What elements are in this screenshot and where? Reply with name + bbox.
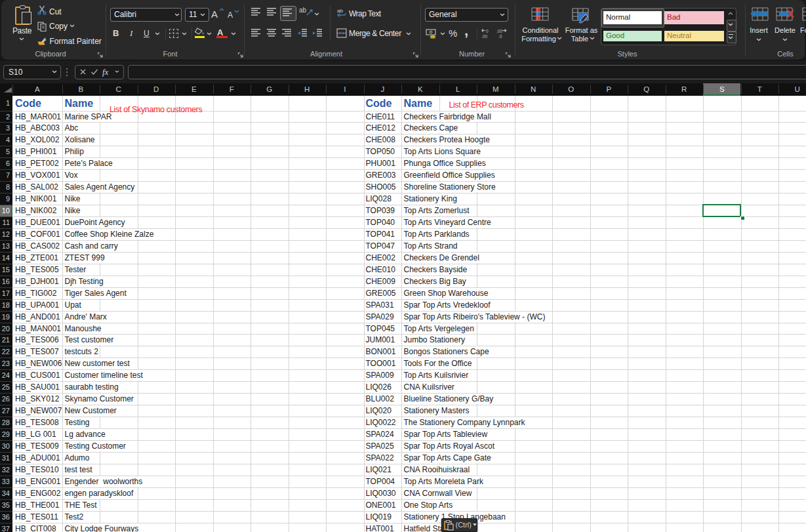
- svg-text:.0: .0: [498, 34, 502, 39]
- svg-text:.00: .00: [481, 34, 487, 39]
- svg-text:.00: .00: [496, 29, 502, 33]
- svg-text:ab: ab: [337, 8, 343, 14]
- svg-text:0: 0: [486, 29, 489, 33]
